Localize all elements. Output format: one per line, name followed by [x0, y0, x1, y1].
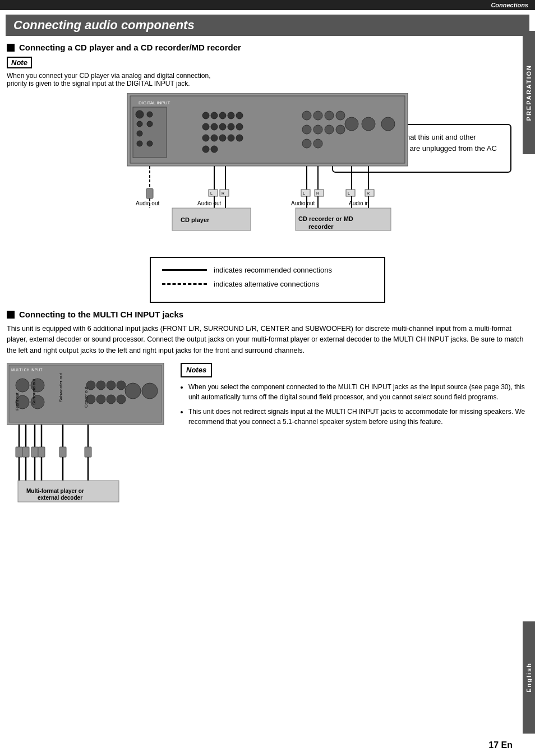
- svg-point-91: [96, 395, 105, 404]
- section-label: Connections: [491, 2, 528, 8]
- svg-text:Audio in: Audio in: [349, 200, 369, 206]
- svg-point-25: [219, 135, 226, 141]
- svg-point-6: [136, 110, 144, 118]
- svg-point-36: [325, 125, 334, 134]
- svg-point-33: [336, 111, 345, 120]
- bullet-icon: [7, 44, 15, 52]
- svg-rect-3: [130, 96, 405, 163]
- svg-rect-106: [59, 447, 66, 457]
- section2-heading: Connecting to the MULTI CH INPUT jacks: [7, 310, 528, 319]
- multi-diagram-svg: MULTI CH INPUT: [7, 363, 167, 520]
- section2-content: MULTI CH INPUT: [7, 363, 528, 522]
- notes-list: When you select the component connected …: [181, 382, 528, 427]
- svg-point-9: [147, 121, 153, 127]
- note-box: Note: [7, 57, 32, 68]
- page-number: 17 En: [488, 740, 513, 750]
- svg-point-87: [96, 381, 105, 390]
- svg-point-93: [117, 395, 126, 404]
- section2-title: Connecting to the MULTI CH INPUT jacks: [19, 310, 183, 319]
- note-item-1: When you select the component connected …: [188, 382, 528, 402]
- svg-rect-103: [22, 447, 29, 457]
- page-footer: 17 En: [488, 740, 513, 750]
- svg-point-20: [219, 123, 226, 130]
- svg-point-30: [302, 111, 311, 120]
- svg-point-15: [219, 112, 226, 119]
- svg-text:recorder: recorder: [308, 223, 334, 230]
- solid-line-icon: [162, 269, 207, 271]
- svg-point-37: [336, 125, 345, 134]
- svg-rect-104: [31, 447, 38, 457]
- svg-text:Multi-format player or: Multi-format player or: [26, 488, 84, 494]
- svg-text:Audio out: Audio out: [291, 200, 315, 206]
- svg-rect-102: [16, 447, 22, 457]
- svg-point-18: [202, 123, 209, 130]
- svg-point-8: [137, 121, 142, 127]
- svg-text:DIGITAL INPUT: DIGITAL INPUT: [139, 100, 170, 105]
- svg-rect-44: [146, 188, 153, 199]
- svg-text:Surround out: Surround out: [31, 379, 36, 405]
- svg-point-26: [228, 135, 234, 141]
- svg-point-21: [228, 123, 234, 130]
- svg-point-10: [137, 131, 142, 136]
- section1-heading: Connecting a CD player and a CD recorder…: [7, 43, 528, 52]
- svg-point-28: [202, 146, 209, 153]
- main-content: Connecting a CD player and a CD recorder…: [0, 43, 535, 522]
- svg-point-94: [125, 383, 141, 399]
- svg-rect-105: [38, 447, 45, 457]
- svg-point-12: [147, 141, 153, 146]
- svg-point-14: [211, 112, 218, 119]
- svg-point-24: [211, 135, 218, 141]
- page-title: Connecting audio components: [13, 18, 522, 33]
- legend-item-solid: indicates recommended connections: [162, 266, 373, 274]
- diagram-svg: DIGITAL INPUT: [94, 93, 441, 250]
- svg-point-29: [211, 146, 218, 153]
- svg-point-23: [202, 135, 209, 141]
- svg-point-82: [16, 379, 29, 392]
- legend-solid-label: indicates recommended connections: [214, 266, 332, 274]
- svg-point-16: [228, 112, 234, 119]
- svg-point-89: [117, 381, 126, 390]
- svg-point-34: [302, 125, 311, 134]
- svg-point-13: [202, 112, 209, 119]
- svg-point-22: [236, 123, 243, 130]
- svg-point-27: [236, 135, 243, 141]
- section2-body: This unit is equipped with 6 additional …: [7, 324, 528, 356]
- svg-rect-107: [85, 447, 91, 457]
- svg-text:L: L: [303, 191, 305, 195]
- section2: Connecting to the MULTI CH INPUT jacks T…: [7, 310, 528, 522]
- svg-point-35: [313, 125, 322, 134]
- section1-title: Connecting a CD player and a CD recorder…: [19, 43, 241, 52]
- svg-text:L: L: [348, 191, 350, 195]
- svg-text:R: R: [367, 191, 370, 195]
- bullet-icon-2: [7, 311, 15, 319]
- english-sidebar: English: [523, 621, 535, 734]
- svg-point-88: [107, 381, 116, 390]
- svg-point-40: [345, 117, 358, 131]
- note-label: Note: [11, 58, 27, 67]
- notes-label: Notes: [186, 366, 206, 374]
- svg-point-95: [142, 383, 158, 399]
- notes-content: Notes When you select the component conn…: [181, 363, 528, 431]
- svg-text:MULTI CH INPUT: MULTI CH INPUT: [11, 368, 43, 372]
- dashed-line-icon: [162, 283, 207, 285]
- svg-text:R: R: [222, 191, 224, 195]
- svg-text:Front out: Front out: [15, 392, 20, 411]
- svg-text:CD player: CD player: [181, 216, 210, 223]
- svg-point-31: [313, 111, 322, 120]
- notes-box: Notes: [181, 363, 212, 377]
- svg-point-42: [381, 117, 395, 131]
- svg-point-11: [137, 141, 142, 146]
- svg-text:external decoder: external decoder: [38, 495, 82, 501]
- svg-point-38: [302, 139, 311, 148]
- svg-point-7: [147, 112, 153, 117]
- legend-item-dashed: indicates alternative connections: [162, 280, 373, 288]
- english-sidebar-text: English: [525, 662, 532, 693]
- svg-text:Center out: Center out: [84, 386, 89, 408]
- page-title-banner: Connecting audio components: [6, 15, 529, 36]
- svg-text:L: L: [210, 191, 213, 195]
- top-bar: Connections: [0, 0, 535, 10]
- legend-box: indicates recommended connections indica…: [150, 257, 385, 303]
- connection-diagram: DIGITAL INPUT: [7, 93, 528, 250]
- svg-text:CD recorder or MD: CD recorder or MD: [298, 215, 353, 222]
- svg-point-39: [313, 139, 322, 148]
